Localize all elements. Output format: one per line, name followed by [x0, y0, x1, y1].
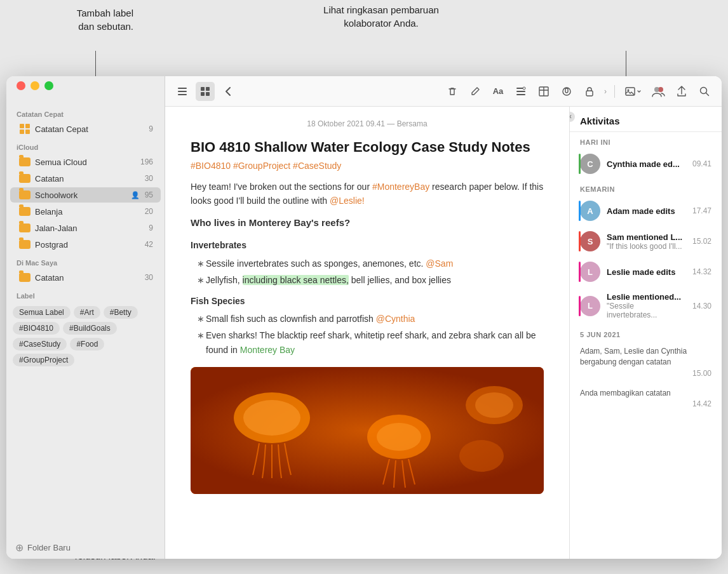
activity-item-leslie1[interactable]: L Leslie made edits 14.32 — [570, 257, 722, 287]
activity-time-leslie1: 14.32 — [692, 267, 711, 276]
sidebar: Catatan Cepat Catatan Cepat 9 iCloud Sem… — [6, 76, 165, 559]
activity-group-text-2: Anda membagikan catatan — [580, 388, 711, 399]
sidebar-item-badge: 30 — [145, 273, 153, 282]
sidebar-item-label: Postgrad — [35, 240, 142, 250]
sidebar-item-catatan-cepat[interactable]: Catatan Cepat 9 — [10, 121, 161, 137]
label-tag-buildgoals[interactable]: #BuildGoals — [63, 322, 117, 335]
activity-time-adam: 17.47 — [692, 206, 711, 215]
note-image — [191, 367, 544, 494]
sidebar-item-postgrad[interactable]: Postgrad 42 — [10, 237, 161, 252]
sidebar-item-catatan-icloud[interactable]: Catatan 30 — [10, 171, 161, 186]
toolbar: Aa › — [165, 76, 722, 107]
bullet-1: Sessile invertebrates such as sponges, a… — [197, 257, 544, 270]
attachment-button[interactable] — [557, 82, 576, 101]
minimize-button[interactable] — [30, 81, 39, 90]
svg-point-17 — [628, 89, 630, 91]
label-tag-food[interactable]: #Food — [70, 338, 104, 350]
edit-button[interactable] — [466, 82, 485, 101]
activity-name-leslie2: Leslie mentioned... — [607, 292, 686, 302]
grid-view-button[interactable] — [196, 82, 215, 101]
svg-point-27 — [377, 423, 421, 451]
table-button[interactable] — [534, 82, 553, 101]
cynthia-mention[interactable]: @Cynthia — [376, 314, 415, 324]
sidebar-item-schoolwork[interactable]: Schoolwork 👤 95 — [10, 187, 161, 203]
activity-panel: ✕ Aktivitas HARI INI C Cynthia made ed..… — [569, 107, 722, 559]
monterey-bay-link[interactable]: Monterey Bay — [240, 345, 295, 355]
svg-rect-0 — [178, 88, 187, 89]
activity-info-cynthia: Cynthia made ed... — [607, 159, 686, 169]
activity-item-cynthia[interactable]: C Cynthia made ed... 09.41 — [570, 149, 722, 179]
svg-rect-2 — [178, 94, 187, 95]
sidebar-item-jalan-jalan[interactable]: Jalan-Jalan 9 — [10, 220, 161, 236]
activity-item-sam[interactable]: S Sam mentioned L... "If this looks good… — [570, 226, 722, 257]
sidebar-item-belanja[interactable]: Belanja 20 — [10, 204, 161, 219]
activity-item-adam[interactable]: A Adam made edits 17.47 — [570, 196, 722, 226]
sidebar-item-catatan-mac[interactable]: Catatan 30 — [10, 270, 161, 285]
sidebar-item-label: Catatan Cepat — [35, 124, 146, 134]
search-button[interactable] — [695, 82, 714, 101]
cynthia-avatar: C — [580, 154, 600, 174]
format-button[interactable]: Aa — [489, 82, 508, 101]
bullet-3: Small fish such as clownfish and parrotf… — [197, 312, 544, 326]
sidebar-item-label: Belanja — [35, 207, 142, 217]
sam-mention[interactable]: @Sam — [426, 258, 453, 269]
share-button[interactable] — [672, 82, 691, 101]
label-tag-betty[interactable]: #Betty — [104, 306, 138, 319]
svg-rect-8 — [516, 91, 525, 92]
sidebar-section-icloud: iCloud — [6, 137, 165, 154]
folder-icon — [19, 239, 30, 250]
fullscreen-button[interactable] — [44, 81, 53, 90]
sidebar-item-badge: 9 — [149, 124, 153, 133]
activity-desc-sam: "If this looks good I'll... — [607, 242, 686, 251]
callout-labels: Tambah labeldan sebutan. — [32, 6, 133, 33]
folder-icon — [19, 173, 30, 184]
sidebar-item-badge: 9 — [149, 224, 153, 232]
activity-section-yesterday: KEMARIN — [570, 179, 722, 196]
label-tag-bio4810[interactable]: #BIO4810 — [13, 322, 60, 335]
folder-icon — [19, 272, 30, 283]
note-tags: #BIO4810 #GroupProject #CaseStudy — [191, 161, 544, 171]
activity-time-sam: 15.02 — [692, 237, 711, 246]
activity-time-leslie2: 14.30 — [692, 302, 711, 310]
note-meta: 18 Oktober 2021 09.41 — Bersama — [191, 119, 544, 128]
label-tag-groupproject[interactable]: #GroupProject — [13, 354, 74, 366]
delete-button[interactable] — [443, 82, 462, 101]
back-button[interactable] — [219, 82, 238, 101]
montereybay-tag[interactable]: #MontereyBay — [372, 182, 429, 192]
leslie-mention[interactable]: @Leslie! — [330, 196, 365, 206]
subsection-fish: Fish Species — [191, 294, 544, 308]
svg-rect-1 — [178, 91, 187, 92]
sidebar-item-label: Catatan — [35, 174, 142, 184]
lock-button[interactable] — [580, 82, 599, 101]
svg-rect-3 — [201, 87, 205, 91]
folder-icon — [19, 156, 30, 168]
new-folder-button[interactable]: ⊕ Folder Baru — [6, 537, 165, 559]
list-view-button[interactable] — [173, 82, 192, 101]
label-tag-casestudy[interactable]: #CaseStudy — [13, 338, 67, 350]
collab-button[interactable] — [649, 82, 668, 101]
sidebar-item-semua-icloud[interactable]: Semua iCloud 196 — [10, 154, 161, 170]
leslie2-avatar: L — [580, 296, 600, 316]
traffic-lights — [17, 81, 53, 90]
svg-point-29 — [475, 392, 513, 418]
svg-point-14 — [563, 88, 570, 95]
sidebar-item-label: Jalan-Jalan — [35, 224, 146, 233]
close-button[interactable] — [17, 81, 25, 90]
sidebar-item-badge: 196 — [140, 157, 153, 166]
svg-point-25 — [243, 400, 300, 436]
media-button[interactable] — [621, 82, 645, 101]
note-area: 18 Oktober 2021 09.41 — Bersama BIO 4810… — [165, 107, 569, 559]
folder-icon — [19, 189, 30, 201]
svg-point-10 — [523, 87, 525, 90]
activity-item-leslie2[interactable]: L Leslie mentioned... "Sessile invertebr… — [570, 287, 722, 324]
label-tag-semua[interactable]: Semua Label — [13, 306, 71, 319]
label-tag-art[interactable]: #Art — [74, 306, 100, 319]
svg-point-21 — [701, 87, 707, 93]
checklist-button[interactable] — [511, 82, 530, 101]
svg-line-22 — [706, 93, 709, 95]
svg-point-19 — [658, 87, 663, 92]
activity-info-leslie2: Leslie mentioned... "Sessile invertebrat… — [607, 292, 686, 319]
svg-point-20 — [655, 88, 659, 91]
sam-avatar: S — [580, 231, 600, 251]
sidebar-section-mac: Di Mac Saya — [6, 253, 165, 269]
